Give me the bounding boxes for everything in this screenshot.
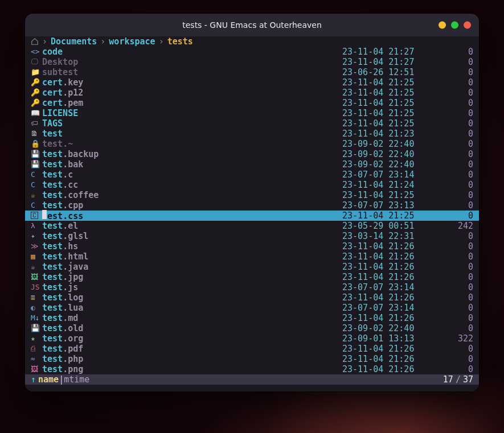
maximize-button[interactable] (451, 22, 458, 29)
file-extension: backup (68, 149, 99, 159)
file-row[interactable]: 🖼test.png23-11-04 21:260 (25, 364, 479, 374)
file-basename: test (42, 129, 63, 139)
file-dot: . (63, 333, 68, 344)
breadcrumb-segment-2[interactable]: tests (167, 36, 193, 47)
file-mtime: 23-11-04 21:25 (342, 190, 439, 200)
file-row[interactable]: 💾test.old23-09-02 22:400 (25, 323, 479, 333)
file-basename: test (42, 323, 63, 333)
file-row[interactable]: ≣test.log23-11-04 21:260 (25, 292, 479, 303)
file-size: 0 (439, 323, 473, 333)
file-mtime: 23-11-04 21:26 (342, 241, 439, 251)
file-size: 0 (439, 108, 473, 118)
file-row[interactable]: 🔒test.~23-09-02 22:400 (25, 139, 479, 149)
file-row[interactable]: ☕test.java23-11-04 21:260 (25, 262, 479, 272)
file-mtime: 23-11-04 21:23 (342, 129, 439, 139)
titlebar[interactable]: tests - GNU Emacs at Outerheaven (25, 14, 479, 36)
file-extension: lua (68, 303, 83, 313)
log-icon: ≣ (31, 292, 40, 303)
file-mtime: 23-11-04 21:27 (342, 57, 439, 67)
key-icon: 🔑 (31, 77, 40, 88)
file-extension: hs (68, 241, 78, 251)
file-row[interactable]: 💾test.bak23-09-02 22:400 (25, 159, 479, 170)
sort-key-active[interactable]: name (38, 374, 59, 385)
sort-key-other[interactable]: mtime (64, 374, 89, 385)
c-icon: C (31, 200, 40, 211)
file-extension: key (68, 77, 83, 88)
file-mtime: 23-11-04 21:25 (342, 108, 439, 118)
file-row[interactable]: 🔑cert.key23-11-04 21:250 (25, 77, 479, 88)
home-icon[interactable] (31, 38, 39, 46)
minimize-button[interactable] (439, 22, 446, 29)
file-row[interactable]: <>code23-11-04 21:270 (25, 47, 479, 57)
file-row[interactable]: Ctest.cc23-11-04 21:240 (25, 180, 479, 190)
file-basename: LICENSE (42, 108, 78, 118)
breadcrumb: › Documents › workspace › tests (25, 36, 479, 47)
file-row[interactable]: Ctest.cpp23-07-07 23:130 (25, 200, 479, 211)
file-mtime: 23-11-04 21:26 (342, 313, 439, 323)
file-extension: ~ (68, 139, 73, 149)
file-basename: test (42, 221, 63, 231)
window-controls (439, 22, 471, 29)
file-row[interactable]: ▦test.html23-11-04 21:260 (25, 251, 479, 262)
file-row[interactable]: ☕test.coffee23-11-04 21:250 (25, 190, 479, 200)
file-basename: test (42, 251, 63, 262)
file-row[interactable]: ✦test.glsl23-03-14 22:310 (25, 231, 479, 241)
file-row[interactable]: 📁subtest23-06-26 12:510 (25, 67, 479, 77)
file-dot: . (63, 200, 68, 211)
file-dot: . (63, 303, 68, 313)
file-row[interactable]: 🗎test23-11-04 21:230 (25, 129, 479, 139)
file-row[interactable]: ≈test.php23-11-04 21:260 (25, 354, 479, 364)
file-extension: jpg (68, 272, 83, 282)
file-row[interactable]: ≫test.hs23-11-04 21:260 (25, 241, 479, 251)
file-dot: . (63, 221, 68, 231)
file-dot: . (63, 251, 68, 262)
file-extension: c (68, 170, 73, 180)
position-separator: / (453, 374, 463, 385)
file-row[interactable]: Ctest.c23-07-07 23:140 (25, 170, 479, 180)
file-mtime: 23-09-02 22:40 (342, 159, 439, 170)
file-row[interactable]: 🔑cert.p1223-11-04 21:250 (25, 88, 479, 98)
emacs-window: tests - GNU Emacs at Outerheaven › Docum… (25, 14, 479, 391)
file-row[interactable]: 🖼test.jpg23-11-04 21:260 (25, 272, 479, 282)
file-name: test.old (42, 323, 83, 333)
sort-direction-icon: ↑ (31, 374, 36, 385)
file-dot: . (63, 139, 68, 149)
close-button[interactable] (464, 22, 471, 29)
file-row[interactable]: 💾test.backup23-09-02 22:400 (25, 149, 479, 159)
file-mtime: 23-11-04 21:26 (342, 251, 439, 262)
file-size: 0 (439, 190, 473, 200)
file-basename: test (42, 344, 63, 354)
file-mtime: 23-09-02 22:40 (342, 149, 439, 159)
file-mtime: 23-05-29 00:51 (342, 221, 439, 231)
file-row[interactable]: 🄲test.css23-11-04 21:250 (25, 211, 479, 221)
file-dot: . (63, 262, 68, 272)
mode-line[interactable]: ↑ name | mtime 17/37 (25, 374, 479, 385)
js-icon: JS (31, 282, 40, 292)
file-row[interactable]: λtest.el23-05-29 00:51242 (25, 221, 479, 231)
file-extension: html (68, 251, 88, 262)
breadcrumb-segment-1[interactable]: workspace (109, 36, 155, 47)
file-row[interactable]: 📖LICENSE23-11-04 21:250 (25, 108, 479, 118)
file-list[interactable]: <>code23-11-04 21:270🖵Desktop23-11-04 21… (25, 47, 479, 374)
file-dot: . (63, 344, 68, 354)
minibuffer[interactable] (25, 385, 479, 391)
file-row[interactable]: 🖵Desktop23-11-04 21:270 (25, 57, 479, 67)
file-basename: test (42, 272, 63, 282)
file-row[interactable]: ◐test.lua23-07-07 23:140 (25, 303, 479, 313)
file-basename: test (42, 170, 63, 180)
breadcrumb-segment-0[interactable]: Documents (51, 36, 97, 47)
file-row[interactable]: JStest.js23-07-07 23:140 (25, 282, 479, 292)
file-row[interactable]: M↓test.md23-11-04 21:260 (25, 313, 479, 323)
file-row[interactable]: 🔑cert.pem23-11-04 21:250 (25, 98, 479, 108)
file-name: test.js (42, 282, 78, 292)
file-extension: bak (68, 159, 83, 170)
file-row[interactable]: ★test.org23-09-01 13:13322 (25, 333, 479, 344)
desktop-icon: 🖵 (31, 57, 40, 67)
position-indicator: 17/37 (443, 374, 473, 385)
file-basename: TAGS (42, 118, 63, 129)
file-row[interactable]: ⎙test.pdf23-11-04 21:260 (25, 344, 479, 354)
file-size: 0 (439, 211, 473, 221)
file-basename: cert (42, 77, 63, 88)
cursor (42, 210, 47, 219)
file-row[interactable]: 🏷TAGS23-11-04 21:250 (25, 118, 479, 129)
